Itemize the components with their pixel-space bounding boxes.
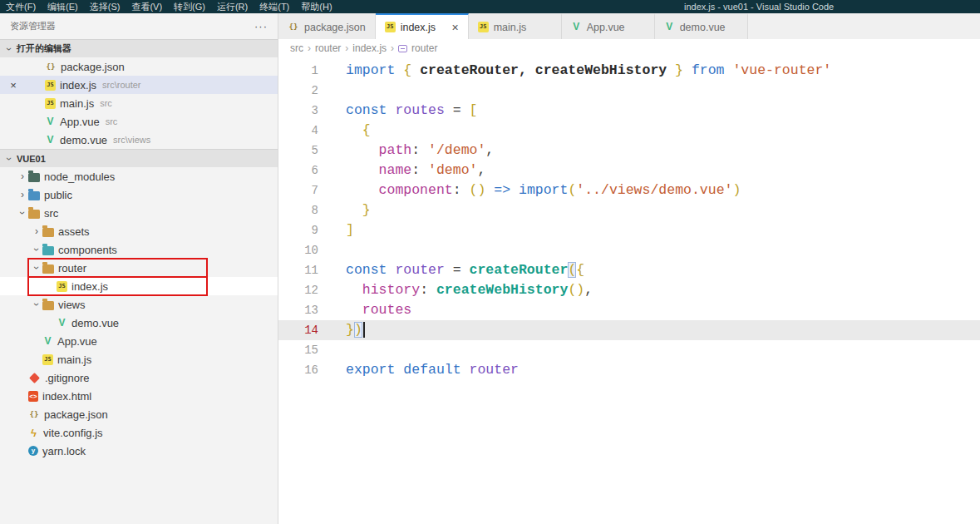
code-line-content: history: createWebHistory(), [330,280,593,300]
code-line-4[interactable]: 4 { [278,121,980,141]
file-label: src [44,207,58,220]
code-line-1[interactable]: 1import { createRouter, createWebHistory… [278,61,980,81]
tree-item-assets[interactable]: ›assets [0,222,278,240]
line-number: 6 [278,161,330,180]
line-number: 15 [278,340,330,360]
chevron-down-icon: › [31,244,42,255]
file-label: yarn.lock [42,445,86,457]
tree-item-demo-vue[interactable]: Vdemo.vue [0,314,278,332]
code-line-2[interactable]: 2 [278,81,980,101]
tree-item-main-js[interactable]: JSmain.js [0,350,278,368]
tab-index-js[interactable]: JSindex.js× [376,13,469,39]
menu-item-4[interactable]: 转到(G) [168,2,211,12]
code-line-content: ] [330,220,354,240]
tree-item-index-js[interactable]: JSindex.js [0,277,278,295]
section-open-editors[interactable]: › 打开的编辑器 [0,39,278,57]
tab-label: demo.vue [680,22,726,33]
line-number: 13 [278,300,330,320]
line-number: 1 [278,61,330,81]
breadcrumb-item-src[interactable]: src [290,42,303,54]
tree-item-node-modules[interactable]: ›node_modules [0,167,278,185]
json-file-icon: {} [45,62,57,72]
menu-items: 文件(F)编辑(E)选择(S)查看(V)转到(G)运行(R)终端(T)帮助(H) [0,1,338,13]
breadcrumb-separator: › [345,42,348,54]
open-editor-index-js[interactable]: ×JSindex.jssrc\router [0,76,278,94]
js-file-icon: JS [45,98,56,109]
code-line-10[interactable]: 10 [278,240,980,260]
open-editor-demo-vue[interactable]: Vdemo.vuesrc\views [0,131,278,149]
js-file-icon: JS [42,354,53,365]
code-line-15[interactable]: 15 [278,340,980,360]
menu-item-6[interactable]: 终端(T) [254,2,295,12]
open-editor-app-vue[interactable]: VApp.vuesrc [0,112,278,131]
menu-item-0[interactable]: 文件(F) [0,2,42,12]
tree-item-components[interactable]: ›components [0,240,278,259]
file-label: router [58,262,86,274]
tree-item-router[interactable]: ›router [0,259,278,277]
code-editor[interactable]: 1import { createRouter, createWebHistory… [278,57,980,524]
tree-item-public[interactable]: ›public [0,185,278,204]
tab-app-vue[interactable]: VApp.vue [562,13,655,39]
code-line-12[interactable]: 12 history: createWebHistory(), [278,280,980,300]
code-line-16[interactable]: 16export default router [278,360,980,380]
explorer-header: 资源管理器 ··· [0,13,278,39]
tab-close-icon[interactable]: × [446,21,458,34]
tree-item-yarn-lock[interactable]: yyarn.lock [0,442,278,460]
close-icon[interactable]: × [7,79,20,91]
line-number: 14 [278,320,330,340]
code-line-8[interactable]: 8 } [278,200,980,220]
breadcrumb-symbol-router[interactable]: router [411,42,437,54]
tree-item-app-vue[interactable]: VApp.vue [0,332,278,350]
html-file-icon: <> [28,391,38,402]
file-label: demo.vue [60,134,107,146]
tab-package-json[interactable]: {}package.json [278,13,376,39]
file-path-label: src [106,116,118,126]
breadcrumb-item-index-js[interactable]: index.js [352,42,387,54]
menu-item-7[interactable]: 帮助(H) [295,2,337,12]
menu-item-1[interactable]: 编辑(E) [42,2,84,12]
js-file-icon: JS [385,22,396,32]
menu-item-2[interactable]: 选择(S) [84,2,126,12]
breadcrumb-item-router[interactable]: router [315,42,341,54]
code-line-9[interactable]: 9] [278,220,980,240]
line-number: 8 [278,200,330,220]
open-editor-package-json[interactable]: {}package.json [0,57,278,76]
code-line-3[interactable]: 3const routes = [ [278,101,980,121]
tree-item-gitignore[interactable]: .gitignore [0,368,278,387]
open-editors-label: 打开的编辑器 [17,42,71,55]
open-editor-main-js[interactable]: JSmain.jssrc [0,94,278,112]
tab-demo-vue[interactable]: Vdemo.vue [655,13,748,39]
code-line-5[interactable]: 5 path: '/demo', [278,141,980,161]
tab-main-js[interactable]: JSmain.js [469,13,562,39]
file-label: package.json [44,408,108,421]
tree-item-index-html[interactable]: <>index.html [0,387,278,405]
window-title: index.js - vue01 - Visual Studio Code [684,0,834,13]
chevron-right-icon: › [31,225,42,237]
symbol-icon [398,45,407,52]
menu-item-5[interactable]: 运行(R) [211,2,254,12]
tab-label: index.js [401,22,436,33]
json-file-icon: {} [288,22,299,32]
code-line-content: } [330,200,371,220]
file-path-label: src\router [102,80,140,90]
breadcrumb-separator: › [308,42,311,54]
tab-bar: {}package.jsonJSindex.js×JSmain.jsVApp.v… [278,13,980,39]
tree-item-vite-config-js[interactable]: ϟvite.config.js [0,423,278,442]
section-project[interactable]: › VUE01 [0,149,278,167]
js-file-icon: JS [45,80,56,91]
code-line-7[interactable]: 7 component: () => import('../views/demo… [278,180,980,200]
tab-label: main.js [494,22,527,33]
code-line-content: component: () => import('../views/demo.v… [330,180,741,200]
code-line-13[interactable]: 13 routes [278,300,980,320]
tree-item-package-json[interactable]: {}package.json [0,405,278,423]
menu-item-3[interactable]: 查看(V) [126,2,168,12]
tree-item-src[interactable]: ›src [0,204,278,222]
folder-icon [28,173,40,182]
more-actions-button[interactable]: ··· [254,20,268,32]
code-line-6[interactable]: 6 name: 'demo', [278,161,980,180]
code-line-14[interactable]: 14}) [278,320,980,340]
chevron-down-icon: › [31,299,42,310]
code-line-11[interactable]: 11const router = createRouter({ [278,260,980,280]
tree-item-views[interactable]: ›views [0,295,278,314]
file-label: public [44,189,72,201]
